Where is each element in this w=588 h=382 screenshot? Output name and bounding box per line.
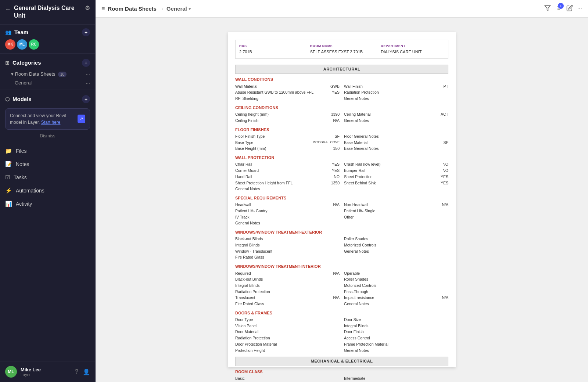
sidebar-item-automations[interactable]: ⚡ Automations <box>0 184 95 197</box>
section-architectural: ARCHITECTURAL <box>235 65 448 74</box>
help-icon[interactable]: ? <box>75 368 78 375</box>
team-title: 👥 Team <box>5 29 28 35</box>
sub-item-general[interactable]: General ··· <box>5 79 90 87</box>
start-here-link[interactable]: Start here <box>41 120 61 125</box>
topbar-right: 1 ··· <box>544 5 582 13</box>
edit-icon[interactable] <box>566 5 573 13</box>
sidebar-header: ← General Dialysis Care Unit ⚙ <box>0 0 95 25</box>
sidebar-item-notes[interactable]: 📝 Notes <box>0 158 95 171</box>
wall-conditions-data: Wall Material GWB Abuse Resistant GWB to… <box>235 84 448 102</box>
section-mechanical: MECHANICAL & ELECTRICAL <box>235 357 448 366</box>
team-section: 👥 Team + MK ML RC <box>0 25 95 54</box>
wc-general-notes-row: General Notes <box>344 96 448 101</box>
categories-title: ⊞ Categories <box>5 60 41 66</box>
models-title: ⬡ Models <box>5 96 32 102</box>
category-room-data-sheets[interactable]: ▾ Room Data Sheets 10 ··· <box>5 70 90 79</box>
breadcrumb-root[interactable]: Room Data Sheets <box>108 6 157 12</box>
wall-conditions-title: WALL CONDITIONS <box>235 77 448 82</box>
categories-section: ⊞ Categories + ▾ Room Data Sheets 10 ···… <box>0 54 95 90</box>
breadcrumb-arrow: → <box>159 6 164 12</box>
team-avatars: MK ML RC <box>5 39 90 50</box>
hamburger-icon[interactable]: ≡ <box>101 6 105 12</box>
document: RDS 2.701B ROOM NAME SELF ASSESS EXST 2.… <box>228 32 456 367</box>
windows-exterior-title: WINDOWS/WINDOW TREATMENT-EXTERIOR <box>235 230 448 235</box>
sidebar-nav: 📁 Files 📝 Notes ☑ Tasks ⚡ Automations 📊 … <box>0 142 95 361</box>
rfi-shielding-row: RFI Shielding <box>235 96 340 101</box>
radiation-protection-row: Radiation Protection <box>344 90 448 95</box>
add-model-button[interactable]: + <box>82 95 90 103</box>
sidebar-item-files[interactable]: 📁 Files <box>0 144 95 158</box>
more-icon[interactable]: ··· <box>577 6 582 12</box>
content-area: RDS 2.701B ROOM NAME SELF ASSESS EXST 2.… <box>96 18 588 382</box>
user-icon[interactable]: 👤 <box>83 368 90 375</box>
wall-material-row: Wall Material GWB <box>235 84 340 89</box>
project-title: General Dialysis Care Unit <box>14 4 85 20</box>
user-name: Mike Lee <box>21 367 41 372</box>
add-team-button[interactable]: + <box>82 28 90 36</box>
wall-protection-title: WALL PROTECTION <box>235 155 448 161</box>
ceiling-conditions-title: CEILING CONDITIONS <box>235 105 448 111</box>
room-name-label: ROOM NAME <box>310 44 374 48</box>
chevron-down-icon: ▾ <box>189 6 191 11</box>
user-role: Layer <box>21 372 41 377</box>
dismiss-button[interactable]: Dismiss <box>5 132 90 140</box>
special-requirements-title: SPECIAL REQUIREMENTS <box>235 195 448 201</box>
breadcrumb: Room Data Sheets → General ▾ <box>108 6 190 12</box>
add-category-button[interactable]: + <box>82 59 90 67</box>
connect-revit-box: Connect and view your Revit model in Lay… <box>5 108 90 130</box>
avatar-mk: MK <box>5 39 15 50</box>
department-label: DEPARTMENT <box>381 44 444 48</box>
categories-icon: ⊞ <box>5 60 10 66</box>
svg-marker-0 <box>545 6 550 11</box>
files-icon: 📁 <box>5 148 12 154</box>
filter-icon[interactable] <box>544 5 551 13</box>
doors-frames-title: DOORS & FRAMES <box>235 310 448 316</box>
topbar-left: ≡ Room Data Sheets → General ▾ <box>101 6 191 12</box>
rds-label: RDS <box>239 44 303 48</box>
topbar: ≡ Room Data Sheets → General ▾ 1 ··· <box>96 0 588 18</box>
sidebar-item-activity[interactable]: 📊 Activity <box>0 197 95 210</box>
connect-arrow-icon[interactable]: ↗ <box>78 115 85 123</box>
floor-finishes-title: FLOOR FINISHES <box>235 127 448 133</box>
avatar-rc: RC <box>29 39 39 50</box>
abuse-resistant-row: Abuse Resistant GWB to 1200mm above FFL … <box>235 90 340 95</box>
back-icon[interactable]: ← <box>5 6 11 12</box>
sidebar-bottom: ML Mike Lee Layer ? 👤 <box>0 361 95 382</box>
sidebar-item-tasks[interactable]: ☑ Tasks <box>0 171 95 184</box>
notification-badge: 1 <box>558 3 564 9</box>
models-icon: ⬡ <box>5 96 10 102</box>
activity-icon: 📊 <box>5 201 12 207</box>
bottom-icons: ? 👤 <box>75 368 90 375</box>
sub-item-more-icon[interactable]: ··· <box>86 80 90 86</box>
doc-header: RDS 2.701B ROOM NAME SELF ASSESS EXST 2.… <box>235 40 448 59</box>
windows-interior-title: WINDOWS/WINDOW TREATMENT-INTERIOR <box>235 264 448 269</box>
breadcrumb-current[interactable]: General ▾ <box>166 6 191 12</box>
department-value: DIALYSIS CARE UNIT <box>381 49 444 55</box>
settings-icon[interactable]: ⚙ <box>85 4 90 11</box>
room-name-value: SELF ASSESS EXST 2.701B <box>310 49 374 55</box>
models-section: ⬡ Models + Connect and view your Revit m… <box>0 90 95 142</box>
avatar-ml: ML <box>17 39 27 50</box>
wall-finish-row: Wall Finish PT <box>344 84 448 89</box>
sort-icon[interactable]: 1 <box>555 5 562 13</box>
user-info: ML Mike Lee Layer <box>5 366 41 378</box>
categories-header[interactable]: ⊞ Categories + <box>5 56 90 70</box>
sidebar: ← General Dialysis Care Unit ⚙ 👥 Team + … <box>0 0 96 382</box>
user-avatar: ML <box>5 366 17 378</box>
main-content: ≡ Room Data Sheets → General ▾ 1 ··· <box>96 0 588 382</box>
notes-icon: 📝 <box>5 161 12 167</box>
automations-icon: ⚡ <box>5 187 12 194</box>
rds-value: 2.701B <box>239 49 303 55</box>
room-class-title: ROOM CLASS <box>235 369 448 375</box>
category-more-icon[interactable]: ··· <box>86 71 90 77</box>
tasks-icon: ☑ <box>5 174 10 181</box>
team-header: 👥 Team + <box>5 28 90 36</box>
models-header: ⬡ Models + <box>5 92 90 106</box>
sidebar-header-left: ← General Dialysis Care Unit <box>5 4 85 20</box>
team-icon: 👥 <box>5 29 11 35</box>
